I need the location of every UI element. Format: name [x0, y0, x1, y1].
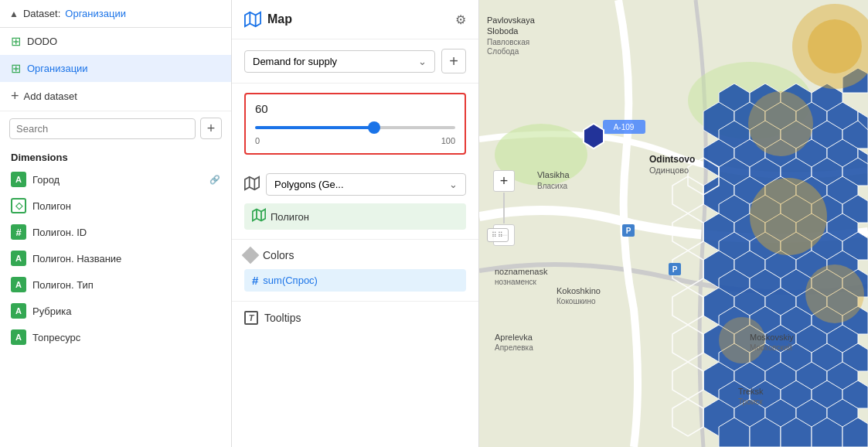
dim-name-gorod: Город — [32, 174, 203, 186]
layer-header: Polygons (Ge... ⌄ — [244, 173, 466, 196]
dim-item-rubrika[interactable]: A Рубрика — [0, 298, 231, 324]
slider-value: 60 — [255, 102, 455, 115]
demand-add-button[interactable]: + — [441, 49, 466, 73]
dim-name-polygon-type: Полигон. Тип — [32, 279, 220, 291]
map-icon — [244, 11, 261, 28]
svg-point-122 — [750, 178, 827, 255]
dim-name-polygon: Полигон — [32, 200, 220, 212]
svg-marker-3 — [245, 177, 259, 190]
dim-item-polygon[interactable]: ◇ Полигон — [0, 193, 231, 219]
plus-icon: + — [11, 88, 19, 104]
map-area[interactable]: A-109 — [479, 0, 868, 447]
svg-marker-6 — [253, 210, 266, 221]
add-dataset-label: Add dataset — [24, 90, 77, 102]
slider-container — [255, 120, 455, 135]
dim-item-topresurs[interactable]: A Топресурс — [0, 324, 231, 350]
link-icon: 🔗 — [209, 175, 220, 185]
svg-text:Aprelevka: Aprelevka — [495, 333, 533, 342]
panel-title-row: Map — [244, 11, 292, 28]
svg-text:Odintsovo: Odintsovo — [649, 154, 695, 165]
dim-name-topresurs: Топресурс — [32, 332, 220, 343]
search-add-button[interactable]: + — [200, 118, 222, 139]
slider-labels: 0 100 — [255, 136, 455, 145]
svg-text:Троиск: Троиск — [738, 398, 763, 406]
dim-icon-hash: # — [11, 224, 26, 240]
sidebar-item-dodo-label: DODO — [27, 36, 57, 47]
tooltips-title: Tooltips — [264, 312, 301, 324]
zoom-in-button[interactable]: + — [493, 170, 515, 192]
slider-max: 100 — [441, 136, 455, 145]
middle-panel: Map ⚙ Demand for supply ⌄ + 60 0 100 — [232, 0, 479, 447]
svg-text:Moskovskiy: Moskovskiy — [750, 333, 794, 342]
dataset-name[interactable]: Организации — [65, 8, 126, 19]
svg-marker-0 — [245, 12, 260, 26]
dim-item-polygon-type[interactable]: A Полигон. Тип — [0, 271, 231, 298]
color-chip-label: sum(Спрос) — [263, 275, 318, 286]
svg-text:Слобода: Слобода — [487, 47, 519, 56]
search-row: + — [0, 111, 231, 145]
sidebar-item-org[interactable]: ⊞ Организации — [0, 55, 231, 82]
panel-title: Map — [267, 12, 292, 26]
chevron-icon[interactable]: ▲ — [9, 9, 19, 19]
svg-text:Pavlovskaya: Pavlovskaya — [487, 15, 536, 25]
slider-section: 60 0 100 — [244, 93, 466, 155]
panel-header: Map ⚙ — [232, 0, 478, 39]
svg-point-123 — [805, 264, 864, 323]
svg-point-120 — [808, 19, 862, 73]
gear-icon[interactable]: ⚙ — [455, 12, 466, 27]
svg-text:Апрелевка: Апрелевка — [495, 343, 533, 352]
hash-colors-icon: # — [252, 274, 258, 287]
tooltips-header: T Tooltips — [244, 311, 466, 325]
svg-text:Одинцово: Одинцово — [649, 165, 689, 175]
dimensions-label: Dimensions — [0, 145, 231, 166]
dataset-label: Dataset: — [23, 8, 60, 19]
svg-text:Treksk: Treksk — [738, 387, 764, 396]
sidebar-item-org-label: Организации — [27, 63, 88, 74]
diamond-icon — [242, 247, 260, 264]
demand-label: Demand for supply — [253, 56, 337, 67]
svg-text:Sloboda: Sloboda — [487, 26, 519, 36]
svg-marker-125 — [584, 124, 604, 148]
chevron-down-icon: ⌄ — [418, 56, 427, 67]
layer-dropdown[interactable]: Polygons (Ge... ⌄ — [266, 173, 466, 196]
layer-icon — [244, 176, 260, 193]
map-background: A-109 — [479, 0, 868, 447]
search-input[interactable] — [9, 118, 196, 139]
layer-chip-label: Полигон — [271, 211, 309, 223]
svg-text:Vlasikha: Vlasikha — [537, 170, 570, 179]
sidebar-item-dodo[interactable]: ⊞ DODO — [0, 28, 231, 55]
dim-item-gorod[interactable]: A Город 🔗 — [0, 166, 231, 193]
polygon-icon — [252, 208, 266, 225]
dim-name-rubrika: Рубрика — [32, 305, 220, 317]
colors-header: Colors — [244, 249, 466, 261]
drag-handle[interactable]: ⠿⠿ — [487, 228, 509, 242]
dim-icon-a3: A — [11, 277, 26, 292]
colors-title: Colors — [263, 249, 294, 261]
dim-icon-a5: A — [11, 329, 26, 345]
table-icon: ⊞ — [11, 34, 21, 49]
tooltip-icon: T — [244, 311, 258, 325]
color-chip[interactable]: # sum(Спрос) — [244, 269, 466, 292]
svg-text:A-109: A-109 — [614, 123, 635, 131]
demand-section: Demand for supply ⌄ + — [232, 39, 478, 84]
table-icon-org: ⊞ — [11, 61, 21, 76]
dim-item-polygon-id[interactable]: # Полигон. ID — [0, 219, 231, 245]
add-dataset-btn[interactable]: + Add dataset — [0, 82, 231, 111]
dim-icon-a: A — [11, 172, 26, 187]
svg-text:P: P — [626, 227, 631, 235]
dim-icon-a4: A — [11, 303, 26, 319]
svg-text:нознаменск: нознаменск — [495, 278, 537, 286]
svg-text:Павловская: Павловская — [487, 38, 529, 46]
demand-dropdown[interactable]: Demand for supply ⌄ — [244, 50, 435, 73]
svg-text:Kokoshkino: Kokoshkino — [557, 286, 601, 295]
layer-chip[interactable]: Полигон — [244, 203, 466, 230]
svg-text:P: P — [672, 265, 678, 274]
colors-section: Colors # sum(Спрос) — [232, 240, 478, 302]
layer-chevron-icon: ⌄ — [449, 179, 458, 190]
slider-min: 0 — [255, 136, 260, 145]
svg-text:Московский: Московский — [750, 343, 792, 352]
dim-item-polygon-name[interactable]: A Полигон. Название — [0, 245, 231, 271]
slider-input[interactable] — [255, 126, 455, 129]
layer-section: Polygons (Ge... ⌄ Полигон — [232, 164, 478, 240]
sidebar: ▲ Dataset: Организации ⊞ DODO ⊞ Организа… — [0, 0, 232, 447]
